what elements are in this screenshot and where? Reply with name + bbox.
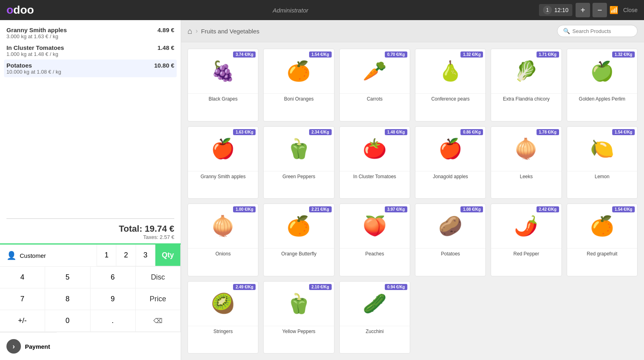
payment-button[interactable]: › Payment [0,332,57,360]
product-image-area: 0.94 €/Kg 🥒 [340,282,410,326]
product-image-area: 1.71 €/Kg 🥬 [491,49,561,93]
product-grid: 3.74 €/Kg 🍇 Black Grapes 1.54 €/Kg 🍊 Bon… [181,42,644,360]
product-name: Golden Apples Perlim [567,93,637,105]
price-badge: 2.42 €/Kg [537,206,559,212]
product-image-area: 1.54 €/Kg 🍋 [567,127,637,171]
product-card[interactable]: 1.08 €/Kg 🥔 Potatoes [415,204,486,276]
product-emoji: 🫑 [287,292,311,315]
payment-circle-icon: › [6,339,21,354]
product-image-area: 2.49 €/Kg 🥝 [188,282,258,326]
num-plusminus[interactable]: +/- [0,310,45,332]
product-card[interactable]: 1.48 €/Kg 🍅 In Cluster Tomatoes [339,126,410,199]
product-name: Leeks [491,171,561,183]
product-card[interactable]: 0.70 €/Kg 🥕 Carrots [339,49,410,121]
product-card[interactable]: 0.86 €/Kg 🍎 Jonagold apples [415,126,486,199]
price-badge: 1.08 €/Kg [460,206,483,212]
product-emoji: 🫑 [287,138,311,160]
left-panel: Granny Smith apples 4.89 € 3.000 kg at 1… [0,20,181,360]
qty-button[interactable]: Qty [155,245,181,266]
home-icon[interactable]: ⌂ [188,27,192,36]
product-emoji: 🥒 [363,292,387,315]
order-item[interactable]: Granny Smith apples 4.89 € 3.000 kg at 1… [6,27,174,39]
num-5[interactable]: 5 [45,267,90,288]
product-emoji: 🥝 [211,292,235,315]
order-item-detail: 3.000 kg at 1.63 € / kg [6,33,174,39]
product-card[interactable]: 2.49 €/Kg 🥝 Stringers [188,281,258,354]
product-image-area: 0.70 €/Kg 🥕 [340,49,410,93]
breadcrumb-separator: › [196,27,198,35]
close-button[interactable]: Close [623,7,638,13]
product-card[interactable]: 1.54 €/Kg 🍋 Lemon [567,126,638,199]
price-badge: 1.63 €/Kg [233,129,256,135]
product-emoji: 🧅 [211,215,235,237]
logo: odoo [6,4,34,16]
price-badge: 3.97 €/Kg [385,206,407,212]
product-image-area: 3.97 €/Kg 🍑 [340,204,410,248]
product-emoji: 🥔 [438,215,462,237]
num-1[interactable]: 1 [97,245,116,266]
add-order-button[interactable]: + [576,3,590,17]
num-4[interactable]: 4 [0,267,45,288]
numpad-area: 👤 Customer 1 2 3 Qty 4 5 6 Disc 7 8 9 [0,243,181,360]
product-image-area: 1.32 €/Kg 🍏 [567,49,637,93]
price-badge: 1.54 €/Kg [612,206,635,212]
backspace-button[interactable]: ⌫ [136,310,181,332]
product-card[interactable]: 1.32 €/Kg 🍐 Conference pears [415,49,486,121]
num-8[interactable]: 8 [45,288,90,310]
customer-icon: 👤 [6,251,17,260]
customer-label: Customer [20,252,46,259]
product-card[interactable]: 1.63 €/Kg 🍎 Granny Smith apples [188,126,258,199]
product-image-area: 1.54 €/Kg 🍊 [567,204,637,248]
product-card[interactable]: 2.34 €/Kg 🫑 Green Peppers [263,126,334,199]
disc-button[interactable]: Disc [136,267,181,288]
order-item[interactable]: In Cluster Tomatoes 1.48 € 1.000 kg at 1… [6,44,174,57]
product-emoji: 🍅 [363,138,387,160]
product-name: Boni Oranges [264,93,334,105]
product-emoji: 🍊 [287,215,311,237]
num-7[interactable]: 7 [0,288,45,310]
product-card[interactable]: 1.32 €/Kg 🍏 Golden Apples Perlim [567,49,638,121]
product-image-area: 2.10 €/Kg 🫑 [264,282,334,326]
product-image-area: 2.21 €/Kg 🍊 [264,204,334,248]
price-badge: 3.74 €/Kg [233,51,256,58]
product-name: Carrots [340,93,410,105]
price-badge: 1.00 €/Kg [233,206,256,212]
product-card[interactable]: 3.74 €/Kg 🍇 Black Grapes [188,49,258,121]
product-card[interactable]: 2.21 €/Kg 🍊 Orange Butterfly [263,204,334,276]
product-emoji: 🍊 [287,60,311,82]
numpad-grid: 4 5 6 Disc 7 8 9 Price +/- 0 . ⌫ [0,267,181,332]
search-box[interactable]: 🔍 [557,25,638,37]
product-card[interactable]: 2.42 €/Kg 🌶️ Red Pepper [491,204,561,276]
product-card[interactable]: 1.00 €/Kg 🧅 Onions [188,204,258,276]
product-card[interactable]: 1.71 €/Kg 🥬 Extra Flandria chicory [491,49,561,121]
numpad-top-keys: 1 2 3 Qty [97,245,181,266]
order-item[interactable]: Potatoes 10.80 € 10.000 kg at 1.08 € / k… [4,60,177,77]
num-3[interactable]: 3 [136,245,155,266]
product-name: Extra Flandria chicory [491,93,561,105]
num-0[interactable]: 0 [45,310,90,332]
price-button[interactable]: Price [136,288,181,310]
price-badge: 2.34 €/Kg [309,129,332,135]
order-tab[interactable]: 1 12:10 [539,4,572,16]
product-card[interactable]: 1.54 €/Kg 🍊 Red grapefruit [567,204,638,276]
num-dot[interactable]: . [91,310,136,332]
search-icon: 🔍 [563,28,570,34]
total-taxes: Taxes: 2.57 € [6,234,174,240]
product-card[interactable]: 1.78 €/Kg 🧅 Leeks [491,126,561,199]
product-emoji: 🍊 [590,215,614,237]
search-input[interactable] [572,28,629,34]
product-card[interactable]: 0.94 €/Kg 🥒 Zucchini [339,281,410,354]
num-2[interactable]: 2 [116,245,136,266]
price-badge: 2.49 €/Kg [233,284,256,290]
product-card[interactable]: 1.54 €/Kg 🍊 Boni Oranges [263,49,334,121]
remove-order-button[interactable]: − [592,3,607,17]
product-card[interactable]: 2.10 €/Kg 🫑 Yellow Peppers [263,281,334,354]
product-name: Peaches [340,248,410,260]
num-9[interactable]: 9 [91,288,136,310]
product-image-area: 1.48 €/Kg 🍅 [340,127,410,171]
product-card[interactable]: 3.97 €/Kg 🍑 Peaches [339,204,410,276]
product-emoji: 🍇 [211,60,235,82]
num-6[interactable]: 6 [91,267,136,288]
customer-button[interactable]: 👤 Customer [0,245,97,266]
wifi-icon: 📶 [609,6,618,14]
